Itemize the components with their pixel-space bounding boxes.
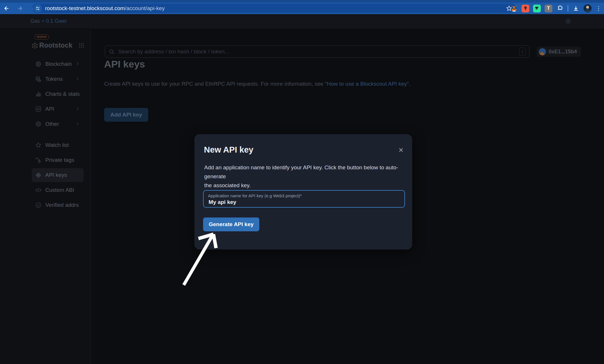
sidebar-item-verified-addrs[interactable]: Verified addrs bbox=[32, 198, 84, 212]
sidebar-item-private-tags[interactable]: Private tags bbox=[32, 153, 84, 167]
search-bar[interactable]: / bbox=[105, 45, 530, 58]
green-extension-button[interactable] bbox=[533, 5, 541, 12]
url-host: rootstock-testnet.blockscout.com bbox=[45, 5, 125, 11]
address-bar[interactable]: rootstock-testnet.blockscout.com/account… bbox=[32, 3, 516, 13]
modal-title: New API key bbox=[204, 145, 253, 155]
coins-icon bbox=[35, 76, 42, 82]
account-address: 0xE1...15b4 bbox=[549, 49, 577, 55]
sidebar: testnet Rootstock bbox=[0, 28, 91, 364]
sidebar-item-label: Charts & stats bbox=[45, 91, 80, 97]
account-button[interactable]: 0xE1...15b4 bbox=[537, 47, 581, 57]
main-nav: Blockchain Tokens Charts & stats bbox=[32, 57, 84, 132]
generate-api-key-button[interactable]: Generate API key bbox=[203, 217, 259, 231]
sidebar-item-custom-abi[interactable]: Custom ABI bbox=[32, 183, 84, 197]
sidebar-item-label: Blockchain bbox=[45, 61, 76, 67]
green-extension-glyph-icon bbox=[535, 6, 539, 11]
gear-icon bbox=[565, 18, 571, 24]
forward-button[interactable] bbox=[15, 3, 25, 13]
sidebar-item-label: Private tags bbox=[45, 157, 80, 163]
rootstock-logo-icon bbox=[32, 42, 38, 49]
sidebar-item-other[interactable]: Other bbox=[32, 117, 84, 131]
sidebar-item-label: Watch list bbox=[45, 142, 80, 148]
description-period: . bbox=[409, 81, 410, 87]
bar-chart-icon bbox=[35, 91, 42, 97]
metamask-extension-button[interactable] bbox=[510, 5, 518, 12]
site-settings-button[interactable] bbox=[33, 4, 42, 13]
globe-icon bbox=[35, 61, 42, 67]
chevron-right-icon bbox=[76, 76, 80, 82]
modal-description-line1: Add an application name to identify your… bbox=[204, 164, 398, 179]
pin-glyph-icon bbox=[524, 6, 528, 11]
sidebar-item-blockchain[interactable]: Blockchain bbox=[32, 57, 84, 71]
sidebar-item-tokens[interactable]: Tokens bbox=[32, 72, 84, 86]
avatar-body-shape bbox=[585, 9, 590, 12]
download-icon bbox=[573, 5, 579, 12]
gas-value: < 0.1 Gwei bbox=[42, 18, 67, 24]
code-icon bbox=[35, 187, 42, 193]
sidebar-item-label: Custom ABI bbox=[45, 187, 80, 193]
sidebar-item-label: Verified addrs bbox=[45, 202, 80, 208]
screen: rootstock-testnet.blockscout.com/account… bbox=[0, 0, 604, 364]
page-description: Create API keys to use for your RPC and … bbox=[104, 81, 410, 87]
rootstock-logo-text: Rootstock bbox=[39, 42, 72, 49]
back-button[interactable] bbox=[2, 3, 12, 13]
chevron-right-icon bbox=[76, 61, 80, 67]
gear-icon bbox=[35, 121, 42, 127]
gas-label: Gas bbox=[30, 18, 40, 24]
star-icon bbox=[35, 142, 42, 148]
add-api-key-button[interactable]: Add API key bbox=[104, 108, 148, 122]
kebab-menu-icon: ⋮ bbox=[596, 5, 601, 12]
downloads-button[interactable] bbox=[572, 5, 580, 12]
account-nav: Watch list Private tags API keys bbox=[32, 138, 84, 213]
sidebar-item-label: Tokens bbox=[45, 76, 76, 82]
browser-profile-avatar[interactable] bbox=[584, 4, 592, 12]
url-path: /account/api-key bbox=[125, 5, 165, 11]
search-icon bbox=[109, 49, 115, 55]
t-extension-letter: T bbox=[547, 6, 550, 11]
account-avatar bbox=[539, 48, 546, 55]
site-settings-icon bbox=[35, 6, 40, 11]
application-name-field[interactable]: Application name for API key (e.g Web3 p… bbox=[203, 190, 405, 208]
application-name-label: Application name for API key (e.g Web3 p… bbox=[208, 193, 302, 198]
page-settings-button[interactable] bbox=[565, 14, 571, 28]
avatar-head-shape bbox=[586, 6, 589, 9]
search-input[interactable] bbox=[118, 48, 519, 55]
apps-grid-icon[interactable] bbox=[79, 43, 84, 48]
browser-menu-button[interactable]: ⋮ bbox=[595, 3, 602, 13]
gas-tracker[interactable]: Gas < 0.1 Gwei bbox=[30, 14, 67, 28]
api-badge-icon: API bbox=[35, 106, 42, 112]
how-to-use-link[interactable]: “How to use a Blockscout API key” bbox=[325, 81, 409, 87]
sidebar-item-label: Other bbox=[45, 121, 76, 127]
page-title: API keys bbox=[104, 59, 145, 70]
forward-arrow-icon bbox=[17, 5, 23, 12]
api-key-icon bbox=[35, 172, 42, 178]
logo-block[interactable]: testnet Rootstock bbox=[32, 34, 87, 49]
sidebar-item-watch-list[interactable]: Watch list bbox=[32, 138, 84, 152]
pin-extension-button[interactable] bbox=[522, 5, 529, 12]
modal-description: Add an application name to identify your… bbox=[204, 163, 405, 190]
tag-lock-icon bbox=[35, 157, 42, 163]
sidebar-item-api[interactable]: API API bbox=[32, 102, 84, 116]
svg-text:API: API bbox=[37, 108, 40, 110]
toolbar-separator bbox=[568, 5, 568, 12]
sidebar-item-api-keys[interactable]: API keys bbox=[32, 168, 84, 182]
t-extension-button[interactable]: T bbox=[545, 5, 552, 12]
chevron-right-icon bbox=[76, 106, 80, 112]
new-api-key-modal: New API key ✕ Add an application name to… bbox=[194, 134, 412, 249]
url-text[interactable]: rootstock-testnet.blockscout.com/account… bbox=[45, 5, 165, 12]
sidebar-item-charts-stats[interactable]: Charts & stats bbox=[32, 87, 84, 101]
top-stats-strip: Gas < 0.1 Gwei bbox=[0, 14, 604, 28]
metamask-fox-icon bbox=[510, 5, 518, 12]
browser-top-strip bbox=[0, 0, 604, 3]
search-shortcut-badge: / bbox=[519, 48, 526, 56]
browser-toolbar: rootstock-testnet.blockscout.com/account… bbox=[0, 0, 604, 14]
puzzle-icon bbox=[557, 5, 563, 12]
back-arrow-icon bbox=[3, 5, 10, 12]
sidebar-item-label: API keys bbox=[45, 172, 80, 178]
modal-description-line2: the associated key. bbox=[204, 182, 251, 188]
sidebar-item-label: API bbox=[45, 106, 76, 112]
modal-close-button[interactable]: ✕ bbox=[397, 146, 405, 154]
description-text: Create API keys to use for your RPC and … bbox=[104, 81, 325, 87]
application-name-input[interactable] bbox=[208, 199, 399, 206]
extensions-menu-button[interactable] bbox=[556, 5, 564, 12]
